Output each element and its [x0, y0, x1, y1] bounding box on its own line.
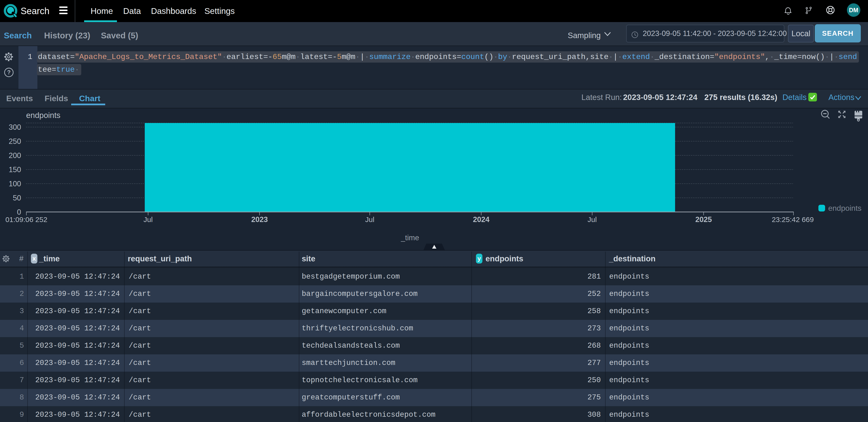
svg-text:Jul: Jul	[588, 216, 597, 223]
svg-text:endpoints: endpoints	[828, 204, 862, 212]
svg-text:50: 50	[13, 194, 21, 202]
svg-text:?: ?	[7, 69, 11, 76]
svg-text:200: 200	[9, 151, 21, 160]
svg-text:Jul: Jul	[144, 216, 153, 223]
svg-text:endpoints: endpoints	[26, 111, 60, 120]
svg-text:150: 150	[9, 165, 21, 174]
svg-text:0: 0	[17, 208, 21, 216]
svg-text:2024: 2024	[473, 215, 490, 224]
svg-text:2025: 2025	[695, 215, 712, 224]
svg-text:Jul: Jul	[365, 216, 374, 223]
svg-text:300: 300	[9, 123, 21, 131]
svg-text:2023: 2023	[251, 215, 268, 224]
svg-text:100: 100	[9, 180, 21, 188]
svg-text:250: 250	[9, 137, 21, 146]
svg-text:01:09:06 252: 01:09:06 252	[5, 216, 47, 223]
svg-text:_time: _time	[401, 234, 419, 242]
svg-text:23:25:42 669: 23:25:42 669	[772, 216, 814, 223]
